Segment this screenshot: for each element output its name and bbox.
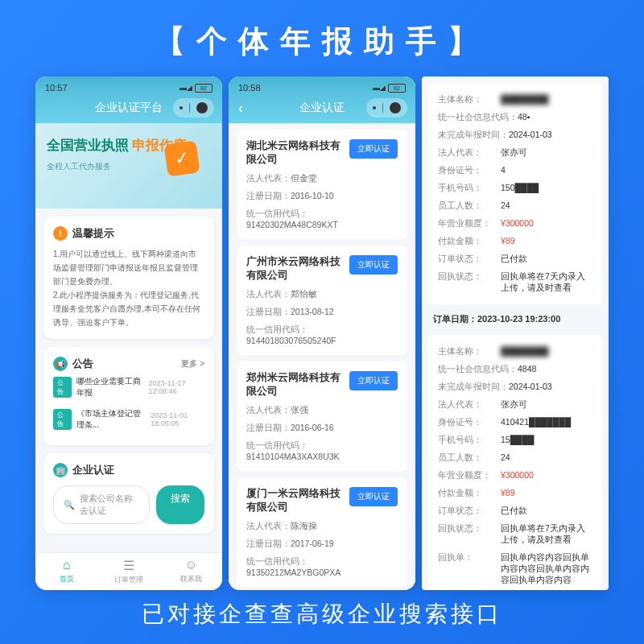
tips-title: 温馨提示 (72, 226, 114, 241)
nav-title: 企业认证平台 (95, 101, 163, 115)
detail-row: 订单状态：已付款 (438, 250, 592, 268)
tab-contact[interactable]: ☺联系我 (160, 558, 222, 585)
order-date-header: 订单日期：2023-10-23 19:23:00 (422, 305, 609, 328)
signal-icon: ▬◢ (373, 84, 386, 92)
detail-row: 回执单：回执单内容内容回执单内容内容回执单内容内容回执单内容内容 (438, 549, 592, 589)
phone-list: 10:58 ▬◢82 ‹ 企业认证 湖北米云网络科技有限公司 立即认证 法人代表… (229, 76, 415, 590)
verify-button[interactable]: 立即认证 (349, 371, 398, 390)
phones-row: 10:57 ▬◢ 82 企业认证平台 全国营业执照申报作废 全程人工代办服务 ✓… (0, 76, 644, 590)
detail-row: 统一社会信息代码：48▪ (438, 109, 592, 126)
notice-item[interactable]: 公告《市场主体登记管理条...2023-11-01 18:05:05 (53, 403, 204, 436)
capsule-button[interactable] (173, 98, 214, 118)
building-icon: 🏢 (53, 463, 68, 477)
battery-icon: 82 (388, 84, 406, 93)
search-icon: 🔍 (64, 500, 75, 510)
phone-home: 10:57 ▬◢ 82 企业认证平台 全国营业执照申报作废 全程人工代办服务 ✓… (35, 76, 222, 590)
notice-text: 哪些企业需要工商年报 (76, 376, 143, 398)
detail-row: 统一社会信息代码：4848 (438, 361, 592, 378)
tab-home[interactable]: ⌂首页 (35, 558, 97, 585)
tips-body: 1.用户可以通过线上、线下两种渠道向市场监督管理部门申请报送年报且监督管理部门是… (53, 247, 204, 329)
bell-icon: ! (53, 226, 68, 241)
user-icon: ☺ (160, 558, 222, 572)
verify-button[interactable]: 立即认证 (349, 487, 398, 506)
hero-banner[interactable]: 全国营业执照申报作废 全程人工代办服务 ✓ (35, 123, 222, 208)
tips-card: !温馨提示 1.用户可以通过线上、线下两种渠道向市场监督管理部门申请报送年报且监… (43, 217, 214, 339)
nav-title: 企业认证 (299, 101, 345, 115)
status-icons: ▬◢82 (373, 84, 406, 93)
company-date: 注册日期：2017-06-19 (246, 539, 398, 550)
battery-icon: 82 (195, 84, 213, 93)
capsule-button[interactable] (366, 98, 407, 118)
detail-row: 员工人数：24 (438, 449, 592, 467)
search-input[interactable]: 🔍搜索公司名称去认证 (53, 485, 150, 524)
checkmark-icon: ✓ (163, 140, 200, 176)
detail-row: 回执状态：回执单将在7天内录入上传，请及时查看 (438, 268, 592, 297)
back-button[interactable]: ‹ (238, 100, 243, 117)
auth-title: 企业认证 (72, 463, 114, 477)
detail-row: 手机号码：150████ (438, 180, 592, 197)
status-icons: ▬◢ 82 (180, 84, 213, 93)
detail-row: 主体名称：████████ (438, 91, 592, 109)
detail-row: 付款金额：¥89 (438, 485, 592, 502)
close-icon[interactable] (196, 102, 208, 114)
verify-button[interactable]: 立即认证 (349, 139, 398, 159)
horn-icon: 📢 (53, 357, 68, 371)
detail-row: 手机号码：15████ (438, 431, 592, 449)
nav-bar: 企业认证平台 (35, 96, 222, 123)
company-rep: 法人代表：陈海操 (246, 521, 398, 532)
hero-title-a: 全国营业执照 (47, 138, 129, 153)
order-card: 主体名称：████████统一社会信息代码：4848未完成年报时间：2024-0… (428, 335, 602, 590)
company-list: 湖北米云网络科技有限公司 立即认证 法人代表：但金堂 注册日期：2016-10-… (229, 130, 415, 590)
detail-row: 法人代表：张亦可 (438, 396, 592, 414)
signal-icon: ▬◢ (180, 84, 192, 92)
detail-row: 年营业额度：¥300000 (438, 215, 592, 233)
detail-row: 年营业额度：¥300000 (438, 467, 592, 485)
detail-row: 员工人数：24 (438, 197, 592, 215)
company-card[interactable]: 厦门一米云网络科技有限公司 立即认证 法人代表：陈海操 注册日期：2017-06… (237, 477, 407, 587)
more-link[interactable]: 更多 > (181, 358, 204, 369)
search-placeholder: 搜索公司名称去认证 (80, 493, 139, 517)
status-time: 10:58 (238, 83, 261, 93)
company-code: 统一信用代码：91420302MA48C89KXT (246, 208, 398, 229)
detail-row: 主体名称：████████ (438, 343, 592, 361)
notice-date: 2023-11-17 12:08:46 (148, 379, 204, 395)
banner-top-title: 【个体年报助手】 (0, 0, 644, 76)
status-bar: 10:57 ▬◢ 82 (35, 76, 222, 96)
banner-bottom-text: 已对接企查查高级企业搜索接口 (0, 584, 644, 644)
verify-button[interactable]: 立即认证 (349, 255, 398, 275)
company-date: 注册日期：2016-06-16 (246, 423, 398, 434)
notice-date: 2023-11-01 18:05:05 (151, 411, 204, 427)
notice-text: 《市场主体登记管理条... (76, 408, 147, 431)
company-rep: 法人代表：但金堂 (246, 173, 398, 184)
status-time: 10:57 (45, 83, 68, 93)
tab-orders[interactable]: ☰订单管理 (97, 558, 159, 585)
detail-row: 订单状态：已付款 (438, 502, 592, 520)
detail-row: 未完成年报时间：2024-01-03 (438, 126, 592, 144)
company-card[interactable]: 广州市米云网络科技有限公司 立即认证 法人代表：郑怡敏 注册日期：2013-08… (237, 246, 407, 355)
detail-row: 身份证号：410421███████ (438, 414, 592, 431)
notice-title: 公告 (72, 357, 93, 371)
search-button[interactable]: 搜索 (156, 485, 204, 524)
nav-bar: ‹ 企业认证 (229, 96, 415, 123)
phone-detail: 主体名称：████████统一社会信息代码：48▪未完成年报时间：2024-01… (422, 76, 609, 590)
close-icon[interactable] (390, 102, 401, 114)
company-date: 注册日期：2016-10-10 (246, 191, 398, 202)
company-rep: 法人代表：郑怡敏 (246, 289, 398, 300)
company-card[interactable]: 湖北米云网络科技有限公司 立即认证 法人代表：但金堂 注册日期：2016-10-… (237, 130, 407, 239)
notice-card: 📢公告更多 > 公告哪些企业需要工商年报2023-11-17 12:08:46 … (43, 347, 214, 445)
home-icon: ⌂ (35, 558, 97, 572)
company-date: 注册日期：2013-08-12 (246, 307, 398, 318)
status-bar: 10:58 ▬◢82 (229, 76, 415, 96)
company-code: 统一信用代码：91350212MA2YBG0PXA (246, 556, 398, 577)
detail-row: 未完成年报时间：2024-01-03 (438, 378, 592, 396)
auth-card: 🏢企业认证 🔍搜索公司名称去认证 搜索 (43, 453, 214, 534)
order-card: 主体名称：████████统一社会信息代码：48▪未完成年报时间：2024-01… (428, 83, 602, 305)
company-rep: 法人代表：张强 (246, 405, 398, 416)
company-code: 统一信用代码：914401803076505240F (246, 324, 398, 345)
detail-row: 法人代表：张亦可 (438, 144, 592, 162)
detail-row: 身份证号：4 (438, 162, 592, 180)
company-code: 统一信用代码：91410104MA3XAX8U3K (246, 440, 398, 461)
detail-row: 回执状态：回执单将在7天内录入上传，请及时查看 (438, 520, 592, 549)
company-card[interactable]: 郑州米云网络科技有限公司 立即认证 法人代表：张强 注册日期：2016-06-1… (237, 361, 407, 471)
notice-item[interactable]: 公告哪些企业需要工商年报2023-11-17 12:08:46 (53, 371, 204, 403)
